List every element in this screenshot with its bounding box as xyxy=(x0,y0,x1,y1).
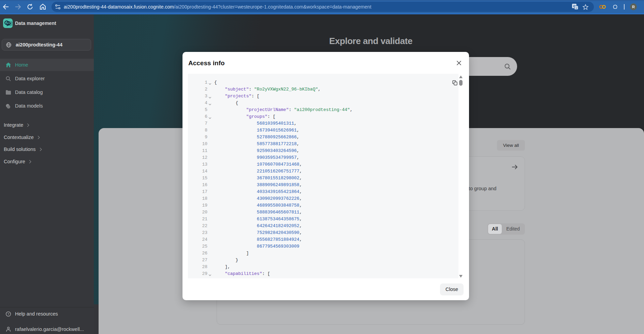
svg-text:FT: FT xyxy=(7,22,10,25)
svg-text:?: ? xyxy=(8,312,9,316)
svg-text:x: x xyxy=(576,6,577,10)
